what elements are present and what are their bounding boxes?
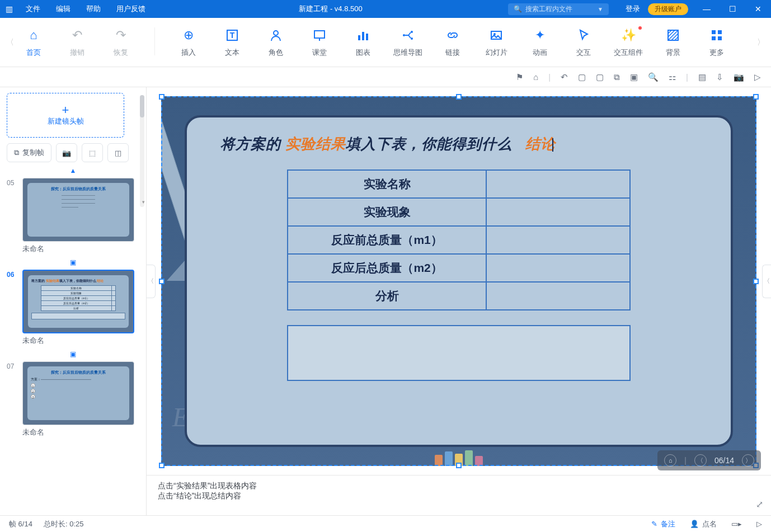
subtool-home-icon[interactable]: ⌂	[533, 72, 538, 82]
pointer-icon	[576, 27, 591, 43]
slide-thumbnail[interactable]: 探究：反应前后物质的质量关系——————————————————————————…	[22, 178, 134, 242]
notes-line: 点击“实验结果”出现表格内容	[158, 481, 760, 491]
new-frame-button[interactable]: + 新建镜头帧	[7, 93, 124, 138]
crop-icon: ◫	[115, 149, 121, 157]
status-note-button[interactable]: ✎备注	[651, 519, 675, 529]
slide-thumbnail[interactable]: 探究：反应前后物质的质量关系 方案：——————————————— 1 2 3	[22, 361, 134, 425]
minimize-button[interactable]: —	[694, 0, 720, 18]
toolbar-insert[interactable]: ⊕插入	[175, 27, 202, 58]
subtool-play-icon[interactable]: ▷	[754, 72, 761, 82]
menu-edit[interactable]: 编辑	[48, 0, 78, 18]
subtool-paste-icon[interactable]: ▣	[630, 72, 638, 82]
expand-right-button[interactable]: 〈	[762, 265, 771, 298]
search-placeholder: 搜索工程内文件	[525, 4, 572, 14]
slide-selection[interactable]: A=F·s E=mc² 将方案的 实验结果填入下表，你能得到什么 结论	[161, 96, 756, 466]
resize-handle[interactable]	[159, 94, 164, 100]
chart-icon	[355, 27, 371, 43]
toolbar-role[interactable]: 角色	[262, 27, 289, 58]
menu-feedback[interactable]: 用户反馈	[109, 0, 153, 18]
slide-name: 未命名	[22, 427, 139, 437]
redo-icon: ↷	[113, 27, 129, 43]
status-note-label: 备注	[661, 519, 675, 529]
status-present-button[interactable]: ▭▸	[731, 520, 742, 528]
toolbar-class[interactable]: 课堂	[306, 27, 333, 58]
toolbar-redo[interactable]: ↷恢复	[107, 27, 134, 58]
pager-next-icon[interactable]: 〉	[742, 454, 754, 467]
notes-area[interactable]: 点击“实验结果”出现表格内容 点击“结论”出现总结内容 ⤢	[147, 475, 771, 515]
status-name-button[interactable]: 👤点名	[690, 519, 717, 529]
toolbar-more[interactable]: 更多	[703, 27, 730, 58]
resize-handle[interactable]	[753, 279, 759, 284]
toolbar-scroll-right[interactable]: 〉	[756, 37, 765, 48]
resize-handle[interactable]	[753, 94, 759, 100]
svg-rect-14	[712, 30, 716, 34]
toolbar-anim[interactable]: ✦动画	[526, 27, 553, 58]
login-button[interactable]: 登录	[618, 4, 648, 14]
transition-icon[interactable]: ▣	[7, 258, 139, 266]
search-box[interactable]: 🔍 搜索工程内文件 ▼	[508, 3, 609, 15]
canvas-pager: ⌂ | 〈 06/14 〉	[657, 450, 761, 470]
crop-button[interactable]: ◫	[107, 143, 129, 162]
toolbar-text[interactable]: T文本	[219, 27, 246, 58]
window-controls: — ☐ ✕	[694, 0, 771, 18]
close-button[interactable]: ✕	[745, 0, 771, 18]
collapse-up-icon[interactable]: ▲	[7, 167, 139, 175]
toolbar-home-label: 首页	[26, 48, 41, 58]
menubar: 文件 编辑 帮助 用户反馈	[18, 0, 153, 18]
expand-left-button[interactable]: 〈	[147, 265, 156, 298]
subtool-download-icon[interactable]: ⇩	[716, 72, 723, 82]
pager-prev-icon[interactable]: 〈	[694, 454, 707, 467]
toolbar-link[interactable]: 链接	[439, 27, 466, 58]
subtool-page2-icon[interactable]: ▢	[596, 72, 604, 82]
person-icon: 👤	[690, 520, 699, 528]
maximize-button[interactable]: ☐	[720, 0, 745, 18]
upgrade-button[interactable]: 升级账户	[648, 3, 688, 15]
panel-scrollbar[interactable]	[140, 95, 144, 207]
toolbar-undo[interactable]: ↶撤销	[64, 27, 91, 58]
toolbar-scroll-left[interactable]: 〈	[6, 37, 15, 48]
camera-button[interactable]: 📷	[56, 143, 77, 162]
search-dropdown-icon[interactable]: ▼	[598, 6, 603, 12]
toolbar-home[interactable]: ⌂首页	[20, 27, 47, 58]
canvas[interactable]: 〈 〈 A=F·s E=mc² 将方案的 实验结果填入下表，你能得到什么	[147, 87, 771, 475]
subtool-back-icon[interactable]: ↶	[561, 72, 568, 82]
resize-handle[interactable]	[159, 279, 164, 284]
canvas-wrap: 〈 〈 A=F·s E=mc² 将方案的 实验结果填入下表，你能得到什么	[147, 87, 771, 515]
slide-thumbnail[interactable]: 将方案的 实验结果填入下表，你能得到什么 结论 实验名称实验现象反应前总质量（m…	[22, 270, 134, 333]
status-play-button[interactable]: ▷	[756, 520, 762, 528]
toolbar-mindmap[interactable]: 思维导图	[393, 27, 422, 58]
subtool-search-icon[interactable]: 🔍	[648, 72, 659, 82]
toolbar-component[interactable]: ✨交互组件	[614, 27, 643, 58]
panel-scroll-down-icon[interactable]: ▾	[142, 199, 145, 205]
slide-icon	[488, 27, 504, 43]
resize-handle[interactable]	[456, 463, 462, 468]
resize-handle[interactable]	[456, 94, 462, 100]
subtool-sep2: |	[686, 72, 688, 82]
present-icon: ▭▸	[731, 520, 742, 528]
subtool-grid-icon[interactable]: ⚏	[669, 72, 676, 82]
subtool-layers-icon[interactable]: ▤	[698, 72, 706, 82]
status-duration: 总时长: 0:25	[44, 519, 84, 529]
copy-frame-button[interactable]: ⧉复制帧	[7, 143, 51, 162]
toolbar-slide[interactable]: 幻灯片	[483, 27, 510, 58]
subtool-copy-icon[interactable]: ⧉	[614, 72, 620, 82]
menu-file[interactable]: 文件	[18, 0, 48, 18]
toolbar-background[interactable]: 背景	[660, 27, 687, 58]
transition-icon[interactable]: ▣	[7, 350, 139, 358]
svg-rect-16	[712, 36, 716, 40]
pager-home-icon[interactable]: ⌂	[664, 454, 676, 467]
text-icon: T	[224, 27, 240, 43]
toolbar-component-label: 交互组件	[614, 48, 643, 58]
resize-handle[interactable]	[159, 463, 164, 468]
toolbar-interact[interactable]: 交互	[570, 27, 597, 58]
toolbar-chart[interactable]: 图表	[350, 27, 377, 58]
qr-button[interactable]: ⬚	[82, 143, 103, 162]
play-icon: ▷	[756, 520, 762, 528]
subtool-flag-icon[interactable]: ⚑	[516, 72, 523, 82]
subtool-page1-icon[interactable]: ▢	[578, 72, 586, 82]
toolbar-mindmap-label: 思维导图	[393, 48, 422, 58]
notes-expand-icon[interactable]: ⤢	[756, 499, 763, 510]
menu-help[interactable]: 帮助	[78, 0, 109, 18]
qr-icon: ⬚	[89, 149, 96, 157]
subtool-camera-icon[interactable]: 📷	[734, 72, 744, 82]
